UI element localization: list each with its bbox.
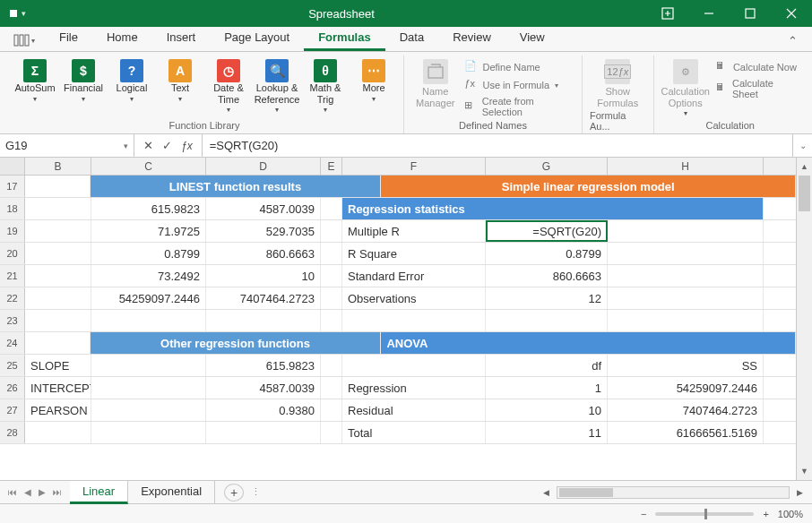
tab-view[interactable]: View	[505, 25, 559, 51]
date--button[interactable]: ◷Date &Time▾	[206, 56, 251, 114]
row-header-26[interactable]: 26	[0, 377, 25, 399]
cell-E28[interactable]	[321, 422, 342, 443]
maximize-button[interactable]	[730, 0, 771, 27]
show-formulas-button[interactable]: 12ƒx Show Formulas	[592, 56, 643, 108]
row-header-24[interactable]: 24	[0, 332, 25, 354]
cell-B17[interactable]	[25, 176, 91, 197]
zoom-slider[interactable]	[655, 512, 754, 516]
column-header-G[interactable]: G	[486, 158, 608, 175]
cell-F20[interactable]: R Square	[342, 243, 486, 264]
cell-G20[interactable]: 0.8799	[486, 243, 608, 264]
cell-G28[interactable]: 11	[486, 422, 608, 443]
cell-H21[interactable]	[608, 265, 764, 287]
row-header-23[interactable]: 23	[0, 310, 25, 331]
row-header-20[interactable]: 20	[0, 243, 25, 264]
cell-D26[interactable]: 4587.0039	[206, 377, 321, 399]
calculation-options-button[interactable]: ⚙ Calculation Options▾	[661, 56, 710, 117]
create-from-selection-button[interactable]: ⊞Create from Selection	[462, 95, 574, 118]
zoom-out-button[interactable]: −	[641, 509, 646, 519]
cell-H20[interactable]	[608, 243, 764, 264]
tab-home[interactable]: Home	[92, 25, 152, 51]
views-button[interactable]: ▾	[9, 30, 39, 51]
cell-G27[interactable]: 10	[486, 399, 608, 421]
autosum-button[interactable]: ΣAutoSum▾	[13, 56, 57, 103]
lookup--button[interactable]: 🔍Lookup &Reference▾	[255, 56, 299, 114]
row-header-22[interactable]: 22	[0, 287, 25, 309]
more-button[interactable]: ⋯More▾	[351, 56, 396, 103]
cell-F24[interactable]: ANOVA	[381, 332, 796, 354]
cell-F28[interactable]: Total	[342, 422, 486, 443]
horizontal-scrollbar[interactable]	[557, 486, 790, 499]
cell-F22[interactable]: Observations	[342, 287, 486, 309]
cell-B24[interactable]	[25, 332, 91, 354]
cell-G21[interactable]: 860.6663	[486, 265, 608, 287]
sheet-nav-last[interactable]: ⏭	[50, 485, 65, 499]
row-header-25[interactable]: 25	[0, 355, 25, 376]
cell-C28[interactable]	[91, 422, 206, 443]
tab-file[interactable]: File	[45, 25, 92, 51]
cell-E18[interactable]	[321, 198, 342, 219]
cell-D20[interactable]: 860.6663	[206, 243, 321, 264]
enter-formula-button[interactable]: ✓	[162, 139, 172, 152]
row-header-28[interactable]: 28	[0, 422, 25, 443]
cell-E22[interactable]	[321, 287, 342, 309]
tab-data[interactable]: Data	[385, 25, 438, 51]
cell-B28[interactable]	[25, 422, 91, 443]
column-header-H[interactable]: H	[608, 158, 764, 175]
vscroll-thumb[interactable]	[799, 176, 810, 211]
cell-C23[interactable]	[91, 310, 206, 331]
name-manager-button[interactable]: Name Manager	[411, 56, 459, 108]
cell-G23[interactable]	[486, 310, 608, 331]
column-header-C[interactable]: C	[91, 158, 206, 175]
cell-E27[interactable]	[321, 399, 342, 421]
cell-G19[interactable]: =SQRT(G20)	[486, 220, 608, 242]
cell-H22[interactable]	[608, 287, 764, 309]
cell-E21[interactable]	[321, 265, 342, 287]
cell-C25[interactable]	[91, 355, 206, 376]
cell-F19[interactable]: Multiple R	[342, 220, 486, 242]
cell-D28[interactable]	[206, 422, 321, 443]
cell-C17[interactable]: LINEST function results	[91, 176, 382, 197]
cell-G22[interactable]: 12	[486, 287, 608, 309]
ribbon-display-button[interactable]	[647, 0, 688, 27]
tab-insert[interactable]: Insert	[152, 25, 211, 51]
cell-B19[interactable]	[25, 220, 91, 242]
tab-page-layout[interactable]: Page Layout	[210, 25, 304, 51]
cell-C21[interactable]: 73.2492	[91, 265, 206, 287]
cell-F18[interactable]: Regression statistics	[342, 198, 764, 219]
vertical-scrollbar[interactable]: ▲ ▼	[796, 158, 812, 480]
hscroll-thumb[interactable]	[559, 488, 613, 497]
cell-F17[interactable]: Simple linear regression model	[381, 176, 796, 197]
name-box[interactable]: G19▾	[0, 134, 134, 157]
cell-D22[interactable]: 7407464.2723	[206, 287, 321, 309]
use-in-formula-button[interactable]: ƒxUse in Formula▾	[462, 77, 574, 93]
cell-B20[interactable]	[25, 243, 91, 264]
cell-E25[interactable]	[321, 355, 342, 376]
column-header-D[interactable]: D	[206, 158, 321, 175]
zoom-level[interactable]: 100%	[778, 509, 803, 519]
cancel-formula-button[interactable]: ✕	[143, 139, 153, 152]
cell-D19[interactable]: 529.7035	[206, 220, 321, 242]
text-button[interactable]: AText▾	[158, 56, 203, 103]
row-header-17[interactable]: 17	[0, 176, 25, 197]
tab-split-handle[interactable]: ⋮	[244, 486, 268, 498]
row-header-19[interactable]: 19	[0, 220, 25, 242]
cell-H28[interactable]: 61666561.5169	[608, 422, 764, 443]
row-header-18[interactable]: 18	[0, 198, 25, 219]
cell-G26[interactable]: 1	[486, 377, 608, 399]
cell-H26[interactable]: 54259097.2446	[608, 377, 764, 399]
cell-B23[interactable]	[25, 310, 91, 331]
logical-button[interactable]: ?Logical▾	[109, 56, 154, 103]
sheet-nav-prev[interactable]: ◀	[22, 485, 34, 499]
cell-C18[interactable]: 615.9823	[91, 198, 206, 219]
cell-F23[interactable]	[342, 310, 486, 331]
collapse-ribbon-button[interactable]: ⌃	[781, 30, 805, 51]
cell-H19[interactable]	[608, 220, 764, 242]
cell-E26[interactable]	[321, 377, 342, 399]
column-header-F[interactable]: F	[342, 158, 486, 175]
hscroll-right-arrow[interactable]: ▶	[793, 488, 807, 497]
cell-H23[interactable]	[608, 310, 764, 331]
insert-function-button[interactable]: ƒx	[181, 140, 193, 152]
cell-B21[interactable]	[25, 265, 91, 287]
sheet-nav-first[interactable]: ⏮	[5, 485, 20, 499]
